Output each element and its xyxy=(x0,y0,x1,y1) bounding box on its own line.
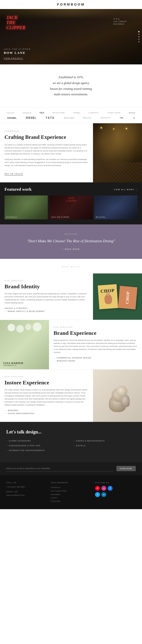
hero-view-project[interactable]: VIEW PROJECT xyxy=(4,57,23,59)
logo-harrods: Harrods xyxy=(83,117,91,119)
social-icons-row-2: t in xyxy=(95,492,136,497)
featured-view-all[interactable]: VIEW ALL WORK → xyxy=(114,189,137,190)
chop-figure xyxy=(104,294,112,304)
instore-left: OUR SERVICES Instore Experience Our sist… xyxy=(0,370,93,422)
opinion-quote: "Don't Make Me Choose! The Rise of Desti… xyxy=(14,238,128,244)
brand-exp-bullet-2: —MANUFACTURING xyxy=(54,360,137,362)
hero-dot-2[interactable] xyxy=(138,34,139,35)
opinion-read-more[interactable]: + READ MORE xyxy=(14,248,128,250)
footer-follow-title: Follow us xyxy=(95,481,136,484)
lets-talk-col-1: •STORE INTERIORS •CONCESSIONS & POP-UPS … xyxy=(6,440,69,454)
newsletter-subscribe-button[interactable]: SUBSCRIBE xyxy=(116,466,136,471)
lets-talk-item-3[interactable]: •INTERACTIVE ENVIRONMENTS xyxy=(6,449,69,452)
featured-header: Featured work VIEW ALL WORK → xyxy=(5,187,137,192)
logo-bow: ⊗ xyxy=(133,116,135,119)
footer-phone[interactable]: +44 (0)207 385 8881 xyxy=(6,486,47,488)
instore-bullet-2: —VISUAL MERCHANDISING xyxy=(5,413,88,414)
lets-talk-item-5[interactable]: •HOTELS xyxy=(74,445,136,447)
hero-dot-4[interactable] xyxy=(138,39,139,40)
lets-talk-item-4[interactable]: •CAFES & RESTAURANTS xyxy=(74,440,136,442)
brand-bullet-1: INSIGHT & STRATEGY xyxy=(5,307,88,309)
logo-diesel: DIESEL xyxy=(26,116,36,119)
hero-section: JACKTHECLIPPER IT'S ACAT-THROATBUSINESS … xyxy=(0,9,142,64)
hero-side-text: IT'S ACAT-THROATBUSINESS xyxy=(113,18,127,25)
footer-email-title: Email us xyxy=(6,491,47,493)
hero-dot-5[interactable] xyxy=(138,41,139,43)
lets-talk-section: Let's talk design... •STORE INTERIORS •C… xyxy=(0,422,142,462)
featured-caption-1: NATURALLY xyxy=(6,216,17,218)
footer-email[interactable]: welcome@form-com xyxy=(6,494,47,496)
footer-address-line-1: Formboom xyxy=(51,486,91,489)
lets-talk-item-2[interactable]: •CONCESSIONS & POP-UPS xyxy=(6,445,69,447)
tata-sub: OUR BEAUTY F... xyxy=(3,365,46,366)
footer-address-line-2: 121 Curtain Road xyxy=(51,489,91,493)
featured-item-1[interactable]: NATURALLY xyxy=(5,195,48,219)
brand-identity-body: Our team begins with your brand, experie… xyxy=(5,292,88,304)
hero-dot-3[interactable] xyxy=(138,36,139,37)
opinion-section: OPINION "Don't Make Me Choose! The Rise … xyxy=(0,224,142,259)
featured-grid: NATURALLY JACKCLIPPER JACK THE CLIPPER M… xyxy=(5,195,137,219)
chop-poster-2: CHOP xyxy=(118,286,137,309)
social-twitter[interactable]: t xyxy=(95,492,100,497)
lets-talk-title: Let's talk design... xyxy=(6,429,136,435)
social-instagram[interactable]: ◎ xyxy=(101,486,106,491)
newsletter-section: SUBSCRIBE xyxy=(0,462,142,475)
logo-ysl: YSL xyxy=(120,117,124,119)
arrow-icon: → xyxy=(135,189,137,190)
floor-pattern xyxy=(93,162,142,182)
crafting-cta[interactable]: GET IN TOUCH xyxy=(5,173,23,175)
featured-caption-3: ME HOTEL xyxy=(96,216,106,218)
logo-va: V&A xyxy=(39,111,44,114)
instore-title: Instore Experience xyxy=(5,379,88,386)
opinion-label: OPINION xyxy=(14,233,128,235)
chop-poster-1: CHOP xyxy=(98,284,118,309)
logos-row-2: CHANEL DIESEL TATE Buck & Jane Harrods F… xyxy=(3,116,139,119)
featured-item-3[interactable]: ME HOTEL xyxy=(94,195,137,219)
intro-section: Established in 1979, we are a global des… xyxy=(0,64,142,107)
brand-experience-section: TATA HARPER OUR BEAUTY F... OUR SERVICES… xyxy=(0,320,142,369)
logos-row-1: Carlisle Chopard V&A Morrisons & Baker S… xyxy=(3,111,139,114)
intro-text: Established in 1979, we are a global des… xyxy=(23,74,119,97)
logos-section: Carlisle Chopard V&A Morrisons & Baker S… xyxy=(0,107,142,123)
hero-dot-1[interactable] xyxy=(138,31,139,32)
instore-service-label: OUR SERVICES xyxy=(5,376,88,378)
product-circles xyxy=(7,324,42,333)
footer-call-title: Call us xyxy=(6,481,47,484)
logo-tate: TATE xyxy=(46,116,55,119)
social-pinterest[interactable]: P xyxy=(95,486,100,491)
featured-title: Featured work xyxy=(5,187,32,192)
footer-address-line-5: EC2A 3AE xyxy=(51,500,91,503)
lets-talk-grid: •STORE INTERIORS •CONCESSIONS & POP-UPS … xyxy=(6,440,136,454)
crafting-left: FORMBOOM Crafting Brand Experience Our t… xyxy=(0,123,93,182)
crafting-body-2: Using four decades of retail branding ex… xyxy=(5,158,88,167)
hero-dots[interactable] xyxy=(138,31,139,43)
chop-text-2: CHOP xyxy=(125,291,130,304)
hero-caption: Jack The Clipper BOW LANE VIEW PROJECT xyxy=(4,48,31,60)
featured-item-2[interactable]: JACKCLIPPER JACK THE CLIPPER xyxy=(49,195,92,219)
social-linkedin[interactable]: in xyxy=(101,492,106,497)
logo-hilton: Hilton xyxy=(129,112,135,114)
crafting-body-1: Our team is a curation of diverse talent… xyxy=(5,143,88,155)
footer-call-us: Call us +44 (0)207 385 8881 Email us wel… xyxy=(6,481,47,503)
brand-bullet-2: —BRAND IDENTITY & DEVELOPMENT xyxy=(5,310,88,312)
lets-talk-col-2: •CAFES & RESTAURANTS •HOTELS xyxy=(74,440,136,454)
logo-louboutin: Christian Louboutin xyxy=(108,112,121,113)
logo-carlisle: Carlisle xyxy=(7,112,14,114)
brand-identity-right: CHOP CHOP xyxy=(93,273,142,320)
lets-talk-item-1[interactable]: •STORE INTERIORS xyxy=(6,440,69,442)
brand-exp-bullet-1: —COMMERICAL INTERIOR DESIGN xyxy=(54,357,137,359)
brand-exp-left: TATA HARPER OUR BEAUTY F... xyxy=(0,320,49,369)
instore-bullets: —WINDOWS —VISUAL MERCHANDISING xyxy=(5,410,88,414)
hero-neon-sign: JACKTHECLIPPER xyxy=(6,15,25,30)
footer-address: Our address Formboom 121 Curtain Road Sh… xyxy=(51,481,91,503)
brand-exp-bullets: —COMMERICAL INTERIOR DESIGN —MANUFACTURI… xyxy=(54,357,137,362)
footer-address-line-3: Shoreditch xyxy=(51,493,91,496)
sculpture-group xyxy=(103,379,133,412)
newsletter-input[interactable] xyxy=(6,466,114,471)
logo-chopard: Chopard xyxy=(23,112,31,114)
footer: Call us +44 (0)207 385 8881 Email us wel… xyxy=(0,475,142,509)
brand-identity-left: OUR SERVICES Brand Identity Our team beg… xyxy=(0,273,93,320)
instore-body: Our sister division Shop Quality in-stor… xyxy=(5,388,88,407)
social-facebook[interactable]: f xyxy=(108,486,113,491)
footer-address-title: Our address xyxy=(51,481,91,484)
